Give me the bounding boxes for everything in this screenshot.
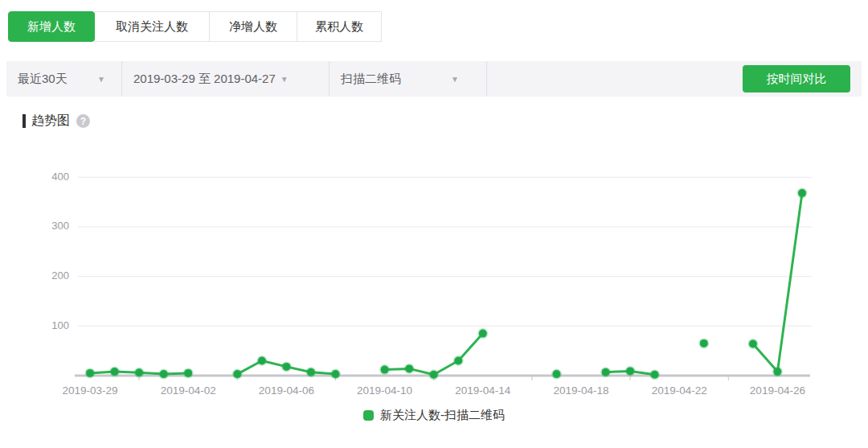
- legend-marker-icon: [363, 410, 374, 421]
- svg-text:2019-03-29: 2019-03-29: [62, 384, 117, 397]
- svg-text:2019-04-02: 2019-04-02: [161, 384, 216, 397]
- trend-chart: 1002003004002019-03-292019-04-022019-04-…: [0, 0, 868, 448]
- svg-text:2019-04-26: 2019-04-26: [750, 384, 805, 397]
- chart-legend: 新关注人数-扫描二维码: [0, 408, 868, 423]
- tab-label: 新增人数: [27, 19, 76, 35]
- legend-label: 新关注人数-扫描二维码: [380, 408, 505, 423]
- svg-text:2019-04-14: 2019-04-14: [455, 384, 511, 397]
- svg-text:400: 400: [51, 171, 69, 183]
- svg-text:300: 300: [51, 220, 69, 232]
- svg-text:2019-04-22: 2019-04-22: [652, 384, 707, 397]
- tab-new-followers[interactable]: 新增人数: [8, 11, 95, 42]
- svg-text:2019-04-18: 2019-04-18: [553, 384, 608, 397]
- svg-text:200: 200: [51, 269, 69, 282]
- svg-text:2019-04-10: 2019-04-10: [357, 384, 412, 397]
- svg-text:100: 100: [51, 319, 69, 331]
- svg-text:2019-04-06: 2019-04-06: [259, 384, 314, 397]
- legend-item[interactable]: 新关注人数-扫描二维码: [363, 408, 505, 423]
